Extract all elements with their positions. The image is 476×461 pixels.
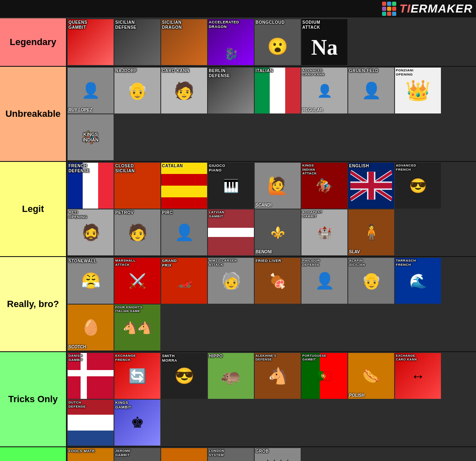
item-caro-kann: 🧑 Caro Kann xyxy=(161,68,207,113)
item-label: BerlinDefense xyxy=(209,68,253,78)
kia-icon: 🏇 xyxy=(316,177,333,194)
item-label: Ruy Lopez xyxy=(68,108,113,113)
item-portuguese-gambit: 🇵🇹 PortugueseGambit xyxy=(301,353,347,399)
scandi-icon: 🙋 xyxy=(267,176,288,196)
item-closed-sicilian: ClosedSicilian xyxy=(114,163,160,209)
item-label: Four Knight'sItalian Game xyxy=(115,305,160,313)
adv-caro-icon: 👤 xyxy=(317,83,332,98)
item-label: FrenchDefense xyxy=(68,164,113,174)
item-berlin-defense: BerlinDefense xyxy=(208,68,254,113)
item-label: ClosedSicilian xyxy=(115,164,160,174)
item-label: Benoni xyxy=(256,249,300,254)
item-label: Fools Mate xyxy=(68,449,113,453)
item-label: KingsGambit xyxy=(115,401,160,410)
item-alapin: 👴 AlapinSicilian xyxy=(348,258,394,304)
kings-gambit-icon: ♚ xyxy=(131,414,144,431)
tier-label-garbage: Garbage xyxy=(0,447,67,461)
item-label: KingsIndianAttack xyxy=(302,164,347,176)
item-exchange-caro-kann: ↔️ ExchangeCaro Kann xyxy=(395,353,441,399)
polish-icon: 🌭 xyxy=(362,368,380,384)
item-label: Scotch xyxy=(68,345,113,350)
item-label: JeromeGambit xyxy=(115,449,160,457)
tier-content-legit: FrenchDefense ClosedSicilian Catalan 🎹 G… xyxy=(67,162,476,256)
logo-cell-5 xyxy=(387,7,391,11)
item-label: ExchangeFrench xyxy=(115,354,160,362)
item-sublabel: Regular xyxy=(302,108,347,113)
svg-rect-8 xyxy=(350,183,392,188)
item-ruy-lopez: 👤 Ruy Lopez xyxy=(68,68,114,113)
item-label: Catalan xyxy=(162,164,206,169)
item-danish-gambit: DanishGambit xyxy=(68,353,114,399)
sunglasses-icon: 😎 xyxy=(409,177,427,194)
tier-content-tricks-only: DanishGambit 🔄 ExchangeFrench 😎 SmithMor… xyxy=(67,352,476,446)
item-budapest-gambit: 🏰 BudapestGambit xyxy=(301,209,347,255)
item-label: Petrov xyxy=(115,210,160,215)
item-sicilian-dragon: SicilianDragon xyxy=(161,19,207,65)
item-label: AdvancedFrench xyxy=(396,164,440,171)
tier-row-tricks-only: Tricks Only DanishGambit 🔄 ExchangeFrenc… xyxy=(0,352,476,447)
item-grand-prix: 🏎️ GrandPrix xyxy=(161,258,207,304)
item-grob: Grob ♙♙♙♙♟♟♟♟ xyxy=(255,448,301,461)
item-label: DutchDefense xyxy=(68,401,114,408)
item-label: Fried Liver xyxy=(256,259,300,263)
header: TiERMAKER xyxy=(0,0,476,18)
item-label: GrandPrix xyxy=(162,259,206,268)
alapin-icon: 👴 xyxy=(362,272,381,290)
item-kings-indian: 🏇 KingsIndian xyxy=(68,114,114,160)
marshall-icon: ⚔️ xyxy=(129,272,146,289)
item-advanced-caro-kann: 👤 AdvancedCaro Kann Regular xyxy=(301,68,347,113)
item-scandi: 🙋 Scandi xyxy=(255,163,301,209)
na-symbol: Na xyxy=(311,35,338,60)
item-label: MarshallAttack xyxy=(115,259,160,267)
item-smith-morra: 😎 SmithMorra xyxy=(161,353,207,399)
tier-content-garbage: 🃏 Fools Mate 😄 JeromeGambit 🦣 Fred 🗼 Lon… xyxy=(67,447,476,461)
item-label: Pirc xyxy=(162,210,206,215)
portugal-icon: 🇵🇹 xyxy=(317,369,332,383)
item-sicilian-defense: SicilianDefense xyxy=(114,19,160,65)
tier-row-legendary: Legendary QueensGambit SicilianDefense S… xyxy=(0,18,476,67)
item-label: PonzianiOpening xyxy=(396,68,440,76)
item-exchange-french: 🔄 ExchangeFrench xyxy=(114,353,160,399)
gruen-icon: 👤 xyxy=(362,81,381,100)
logo-cell-3 xyxy=(392,2,396,6)
tier-content-unbreakable: 👤 Ruy Lopez 👴 Najdorf 🧑 Caro Kann Berlin… xyxy=(67,67,476,161)
item-label: Slav xyxy=(349,249,393,254)
item-label: Polish xyxy=(349,393,393,398)
item-label: PortugueseGambit xyxy=(302,354,347,361)
logo-cell-1 xyxy=(382,2,386,6)
item-giuoco-piano: 🎹 GiuocoPiano xyxy=(208,163,254,209)
stonewall-icon: 😤 xyxy=(81,272,101,290)
tier-label-really-bro: Really, bro? xyxy=(0,257,67,351)
item-label: KingsIndian xyxy=(69,132,113,143)
item-kings-gambit: ♚ KingsGambit xyxy=(114,400,160,446)
budapest-icon: 🏰 xyxy=(317,226,332,239)
tier-content-really-bro: 😤 Stonewall ⚔️ MarshallAttack 🏎️ GrandPr… xyxy=(67,257,476,351)
najdorf-icon: 👴 xyxy=(127,81,148,101)
item-philidor: 👤 PhilidorDefense xyxy=(301,258,347,304)
logo-cell-4 xyxy=(382,7,386,11)
item-label: SicilianDefense xyxy=(115,20,160,30)
item-gruen-feld: 👤 Gruen-Feld xyxy=(348,68,394,113)
item-polish: 🌭 Polish xyxy=(348,353,394,399)
item-label: Scandi xyxy=(256,203,300,208)
item-dutch-defense: DutchDefense xyxy=(68,400,114,446)
item-label: Alekhine'sDefense xyxy=(256,354,300,361)
item-petrov: 🧑 Petrov xyxy=(114,209,160,255)
item-kings-indian-attack: 🏇 KingsIndianAttack xyxy=(301,163,347,209)
petrov-icon: 🧑 xyxy=(128,223,147,242)
item-label: Grob xyxy=(256,449,300,454)
item-advanced-french: 😎 AdvancedFrench xyxy=(395,163,441,209)
f1-icon: 🏎️ xyxy=(177,274,192,288)
uk-flag xyxy=(348,163,394,209)
item-label: BudapestGambit xyxy=(302,210,347,218)
tier-label-unbreakable: Unbreakable xyxy=(0,67,67,161)
tier-row-garbage: Garbage 🃏 Fools Mate 😄 JeromeGambit 🦣 Fr… xyxy=(0,447,476,461)
item-najdorf: 👴 Najdorf xyxy=(114,68,160,113)
slav-icon: 🧍 xyxy=(362,224,381,241)
item-label: SicilianDragon xyxy=(162,20,206,30)
item-queens-gambit: QueensGambit xyxy=(68,19,114,65)
item-label: AlapinSicilian xyxy=(349,259,393,267)
item-bongcloud: Bongcloud 😮 xyxy=(255,19,301,65)
tiermaker-logo: TiERMAKER xyxy=(382,2,473,16)
logo-text: TiERMAKER xyxy=(400,2,473,15)
